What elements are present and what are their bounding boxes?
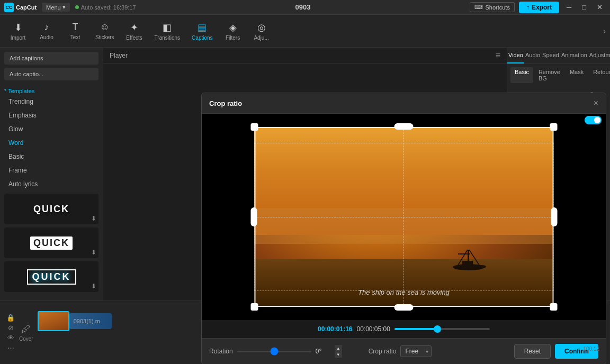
left-panel: Add captions Auto captio... * Templates … bbox=[0, 48, 103, 301]
template-list: Trending Emphasis Glow Word Basic Frame … bbox=[0, 95, 103, 190]
cover-icon: 🖊 bbox=[21, 324, 31, 335]
toolbar-expand-button[interactable]: › bbox=[603, 26, 606, 36]
template-item-auto-lyrics[interactable]: Auto lyrics bbox=[4, 178, 98, 190]
tool-text-label: Text bbox=[70, 34, 80, 40]
maximize-button[interactable]: □ bbox=[579, 2, 589, 12]
sub-tabs: Basic Remove BG Mask Retouch bbox=[507, 64, 610, 83]
tool-audio-label: Audio bbox=[40, 34, 53, 40]
tool-stickers-label: Stickers bbox=[95, 34, 114, 40]
tool-captions[interactable]: ▤ Captions bbox=[186, 20, 218, 43]
left-panel-actions: Add captions Auto captio... bbox=[0, 48, 103, 85]
right-tabs: Video Audio Speed Animation Adjustm... bbox=[507, 48, 610, 64]
app-logo: CC CapCut bbox=[4, 3, 37, 12]
download-glow-icon: ⬇ bbox=[91, 283, 96, 290]
project-title: 0903 bbox=[141, 3, 465, 11]
modal-title: Crop ratio bbox=[209, 99, 242, 107]
modal-header: Crop ratio × bbox=[202, 93, 606, 114]
tool-import[interactable]: ⬇ Import bbox=[4, 20, 32, 43]
handle-middle-right[interactable] bbox=[551, 207, 557, 226]
timeline-tracks: 0903(1).m 100:12 bbox=[38, 312, 604, 354]
topbar-right: ⌨ Shortcuts ↑ Export ─ □ ✕ bbox=[470, 2, 606, 13]
auto-captions-button[interactable]: Auto captio... bbox=[4, 68, 98, 80]
time-marker: 100:12 bbox=[583, 346, 599, 352]
handle-bottom-right[interactable] bbox=[550, 303, 557, 311]
timeline-clip[interactable]: 0903(1).m bbox=[69, 313, 112, 329]
shortcuts-button[interactable]: ⌨ Shortcuts bbox=[470, 2, 514, 12]
autosave-status: Auto saved: 16:39:17 bbox=[75, 4, 136, 11]
handle-bottom-left[interactable] bbox=[250, 303, 258, 311]
menu-button[interactable]: Menu ▾ bbox=[42, 3, 70, 12]
handle-bottom-center[interactable] bbox=[394, 304, 414, 311]
template-preview-emphasis[interactable]: QUICK ⬇ bbox=[4, 228, 98, 258]
template-preview-glow[interactable]: QUICK ⬇ bbox=[4, 261, 98, 292]
timeline-unlock-button[interactable]: ⊘ bbox=[6, 324, 15, 332]
center-area: Player ≡ Crop ratio × bbox=[103, 48, 507, 301]
player-header: Player ≡ bbox=[103, 48, 507, 63]
template-item-word[interactable]: Word bbox=[4, 136, 98, 149]
tool-audio[interactable]: ♪ Audio bbox=[33, 20, 60, 42]
audio-icon: ♪ bbox=[44, 22, 49, 33]
modal-close-button[interactable]: × bbox=[594, 98, 598, 108]
import-icon: ⬇ bbox=[14, 22, 22, 33]
filters-icon: ◈ bbox=[229, 22, 237, 33]
tool-effects[interactable]: ✦ Effects bbox=[121, 20, 148, 43]
crop-overlay bbox=[254, 127, 553, 307]
tool-transitions[interactable]: ◧ Transitions bbox=[149, 20, 186, 43]
tool-transitions-label: Transitions bbox=[155, 35, 181, 41]
download-emphasis-icon: ⬇ bbox=[91, 249, 96, 256]
player-menu-button[interactable]: ≡ bbox=[496, 51, 500, 60]
handle-top-right[interactable] bbox=[550, 123, 557, 131]
add-captions-button[interactable]: Add captions bbox=[4, 52, 98, 65]
close-button[interactable]: ✕ bbox=[594, 2, 606, 12]
templates-section-label: * Templates bbox=[0, 85, 103, 95]
timeline-lock-button[interactable]: 🔒 bbox=[6, 314, 15, 322]
subtab-basic[interactable]: Basic bbox=[510, 67, 533, 83]
download-trending-icon: ⬇ bbox=[91, 215, 96, 222]
captions-icon: ▤ bbox=[198, 22, 207, 33]
handle-top-center[interactable] bbox=[394, 123, 414, 130]
tab-video[interactable]: Video bbox=[507, 48, 524, 63]
timeline-dots-button[interactable]: ⋯ bbox=[6, 344, 15, 352]
logo-icon: CC bbox=[4, 3, 14, 12]
subtab-retouch[interactable]: Retouch bbox=[589, 67, 610, 83]
tool-filters-label: Filters bbox=[226, 35, 240, 41]
template-item-emphasis[interactable]: Emphasis bbox=[4, 109, 98, 122]
subtab-mask[interactable]: Mask bbox=[566, 67, 588, 83]
text-icon: T bbox=[73, 22, 78, 33]
autosave-dot bbox=[75, 5, 79, 9]
timeline-thumbnail[interactable] bbox=[38, 311, 69, 331]
tab-adjustments[interactable]: Adjustm... bbox=[588, 48, 610, 63]
template-item-frame[interactable]: Frame bbox=[4, 164, 98, 177]
template-item-basic[interactable]: Basic bbox=[4, 150, 98, 163]
crop-canvas: The ship on the sea is moving bbox=[202, 114, 606, 320]
tool-adjustments[interactable]: ◎ Adju... bbox=[248, 20, 275, 43]
visibility-toggle[interactable] bbox=[585, 116, 602, 124]
tab-animation[interactable]: Animation bbox=[560, 48, 588, 63]
handle-middle-left[interactable] bbox=[250, 207, 257, 226]
minimize-button[interactable]: ─ bbox=[563, 2, 575, 12]
tool-text[interactable]: T Text bbox=[61, 20, 89, 42]
player-title: Player bbox=[110, 52, 128, 59]
template-preview-trending[interactable]: QUICK ⬇ bbox=[4, 194, 98, 224]
export-button[interactable]: ↑ Export bbox=[519, 2, 559, 13]
tool-filters[interactable]: ◈ Filters bbox=[219, 20, 247, 43]
tab-speed[interactable]: Speed bbox=[541, 48, 560, 63]
tool-stickers[interactable]: ☺ Stickers bbox=[90, 20, 120, 42]
template-item-trending[interactable]: Trending bbox=[4, 95, 98, 108]
subtab-remove-bg[interactable]: Remove BG bbox=[534, 67, 564, 83]
tool-effects-label: Effects bbox=[126, 35, 142, 41]
tab-audio[interactable]: Audio bbox=[524, 48, 541, 63]
tool-captions-label: Captions bbox=[192, 35, 212, 41]
thumbnail-inner bbox=[39, 312, 68, 330]
template-item-glow[interactable]: Glow bbox=[4, 123, 98, 135]
cover-button[interactable]: 🖊 Cover bbox=[19, 324, 33, 342]
timeline-eye-button[interactable]: 👁 bbox=[6, 334, 15, 342]
track-row-main: 0903(1).m bbox=[38, 312, 604, 331]
tool-adjustments-label: Adju... bbox=[254, 35, 268, 41]
clip-label: 0903(1).m bbox=[74, 318, 100, 324]
handle-top-left[interactable] bbox=[250, 123, 258, 131]
topbar: CC CapCut Menu ▾ Auto saved: 16:39:17 09… bbox=[0, 0, 610, 15]
template-previews: QUICK ⬇ QUICK ⬇ QUICK ⬇ bbox=[0, 190, 103, 295]
main-area: Add captions Auto captio... * Templates … bbox=[0, 48, 610, 301]
modal-body: The ship on the sea is moving bbox=[202, 114, 606, 338]
